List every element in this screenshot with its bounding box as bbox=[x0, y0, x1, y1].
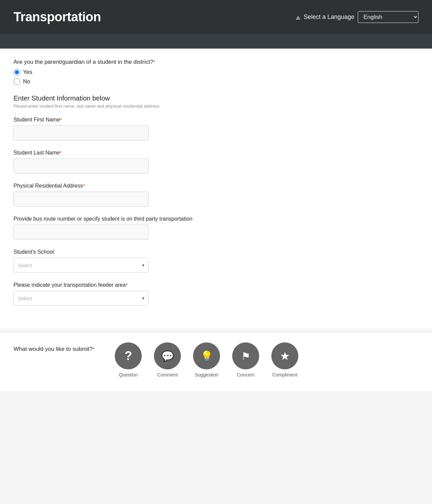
feeder-field: Please indicate your transportation feed… bbox=[14, 282, 418, 306]
last-name-input[interactable] bbox=[14, 159, 148, 173]
required-star-parent: * bbox=[153, 59, 155, 65]
page-header: Transportation ⟁ Select a Language Engli… bbox=[0, 0, 432, 34]
radio-yes-input[interactable] bbox=[14, 69, 20, 76]
address-input[interactable] bbox=[14, 192, 148, 206]
feeder-label: Please indicate your transportation feed… bbox=[14, 282, 418, 288]
compliment-icon-label: Compliment bbox=[272, 372, 298, 377]
required-star-submit: * bbox=[92, 346, 94, 352]
first-name-field: Student First Name* bbox=[14, 117, 418, 140]
address-field: Physical Residential Address* bbox=[14, 183, 418, 206]
parent-guardian-section: Are you the parent/guardian of a student… bbox=[14, 59, 418, 85]
radio-yes-text: Yes bbox=[23, 69, 32, 76]
last-name-field: Student Last Name* bbox=[14, 150, 418, 173]
submit-concern-item[interactable]: ⚑ Concern bbox=[232, 342, 259, 377]
bus-route-input[interactable] bbox=[14, 225, 148, 240]
submit-icons-group: Question 💬 Comment 💡 Suggestion ⚑ Concer… bbox=[115, 342, 298, 377]
school-select-placeholder: Select bbox=[18, 262, 32, 268]
parent-radio-group: Yes No bbox=[14, 69, 418, 85]
address-label: Physical Residential Address* bbox=[14, 183, 418, 189]
feeder-select[interactable]: Select bbox=[14, 291, 148, 306]
required-star-address: * bbox=[83, 183, 85, 189]
last-name-label: Student Last Name* bbox=[14, 150, 418, 156]
submit-question-label: What would you like to submit?* bbox=[14, 342, 94, 353]
comment-icon-circle: 💬 bbox=[154, 342, 181, 369]
submit-suggestion-item[interactable]: 💡 Suggestion bbox=[193, 342, 220, 377]
school-select[interactable]: Select bbox=[14, 258, 148, 273]
suggestion-icon: 💡 bbox=[200, 350, 213, 362]
question-icon-label: Question bbox=[119, 372, 138, 377]
submit-question-item[interactable]: Question bbox=[115, 342, 142, 377]
required-star-feeder: * bbox=[126, 282, 128, 288]
language-label: Select a Language bbox=[304, 13, 354, 21]
required-star-firstname: * bbox=[60, 117, 62, 122]
student-info-title: Enter Student Information below bbox=[14, 94, 418, 102]
sub-header-bar bbox=[0, 34, 432, 49]
language-selector-group: ⟁ Select a Language English Spanish Fren… bbox=[296, 11, 418, 23]
bus-route-field: Provide bus route number or specify stud… bbox=[14, 216, 418, 240]
translate-icon: ⟁ bbox=[296, 12, 300, 22]
student-info-subtitle: Please enter student first name, last na… bbox=[14, 104, 418, 109]
comment-icon-label: Comment bbox=[157, 372, 178, 377]
radio-no-input[interactable] bbox=[14, 78, 20, 85]
question-icon-circle bbox=[115, 342, 142, 369]
school-label: Student's School bbox=[14, 249, 418, 255]
feeder-select-wrapper: Select ▾ bbox=[14, 291, 148, 306]
parent-guardian-question-text: Are you the parent/guardian of a student… bbox=[14, 59, 153, 65]
compliment-icon-circle: ★ bbox=[271, 342, 298, 369]
radio-yes-label[interactable]: Yes bbox=[14, 69, 418, 76]
concern-icon: ⚑ bbox=[241, 350, 250, 362]
language-select[interactable]: English Spanish French Portuguese bbox=[358, 11, 418, 23]
question-icon bbox=[125, 349, 132, 363]
bus-route-label: Provide bus route number or specify stud… bbox=[14, 216, 418, 222]
comment-icon: 💬 bbox=[161, 350, 174, 362]
first-name-input[interactable] bbox=[14, 125, 148, 140]
radio-no-text: No bbox=[23, 78, 30, 85]
main-form: Are you the parent/guardian of a student… bbox=[0, 49, 432, 329]
school-field: Student's School Select ▾ bbox=[14, 249, 418, 273]
submit-section: What would you like to submit?* Question… bbox=[0, 332, 432, 391]
school-select-wrapper: Select ▾ bbox=[14, 258, 148, 273]
page-title: Transportation bbox=[14, 10, 101, 24]
concern-icon-circle: ⚑ bbox=[232, 342, 259, 369]
parent-guardian-label: Are you the parent/guardian of a student… bbox=[14, 59, 155, 65]
first-name-label: Student First Name* bbox=[14, 117, 418, 123]
submit-compliment-item[interactable]: ★ Compliment bbox=[271, 342, 298, 377]
suggestion-icon-circle: 💡 bbox=[193, 342, 220, 369]
concern-icon-label: Concern bbox=[237, 372, 255, 377]
student-info-header: Enter Student Information below Please e… bbox=[14, 94, 418, 109]
radio-no-label[interactable]: No bbox=[14, 78, 418, 85]
required-star-lastname: * bbox=[60, 150, 62, 156]
submit-comment-item[interactable]: 💬 Comment bbox=[154, 342, 181, 377]
feeder-select-placeholder: Select bbox=[18, 296, 32, 301]
compliment-icon: ★ bbox=[280, 349, 290, 363]
suggestion-icon-label: Suggestion bbox=[195, 372, 218, 377]
